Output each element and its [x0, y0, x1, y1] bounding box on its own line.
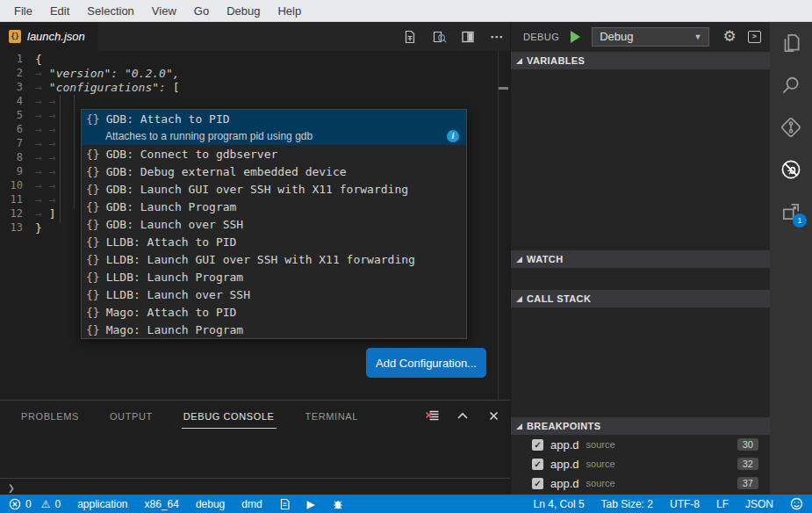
suggest-item[interactable]: {} Mago: Launch Program: [82, 321, 466, 338]
twisty-expanded-icon: [516, 423, 522, 430]
code-line[interactable]: 1{: [0, 53, 510, 67]
source-control-icon[interactable]: [770, 106, 812, 148]
open-preview-icon[interactable]: [431, 29, 447, 45]
arch-status[interactable]: x86_64: [145, 498, 179, 510]
suggest-item-label: GDB: Launch over SSH: [106, 218, 244, 231]
editor-group: {} launch.json: [0, 22, 510, 495]
menu-item[interactable]: File: [5, 4, 41, 18]
menu-item[interactable]: Go: [185, 4, 218, 18]
warning-count: 0: [54, 498, 61, 510]
breakpoint-file: app.d: [550, 458, 579, 471]
snippet-braces-icon: {}: [86, 183, 100, 196]
line-number: 5: [0, 109, 35, 123]
breakpoint-checkbox[interactable]: ✓: [532, 478, 543, 489]
breakpoint-checkbox[interactable]: ✓: [532, 459, 543, 470]
console-prompt[interactable]: ❯: [8, 481, 15, 495]
suggest-item[interactable]: {} LLDB: Launch GUI over SSH with X11 fo…: [82, 250, 466, 268]
suggest-item[interactable]: {} GDB: Debug external embedded device: [82, 163, 466, 180]
debug-console-icon[interactable]: >: [748, 31, 761, 43]
suggest-item[interactable]: {} LLDB: Launch Program: [82, 268, 466, 285]
cursor-position-status[interactable]: Ln 4, Col 5: [534, 498, 585, 510]
document-grid-icon[interactable]: [402, 29, 418, 45]
suggest-item-selected[interactable]: {} GDB: Attach to PID Attaches to a runn…: [82, 110, 466, 145]
error-icon: [9, 498, 21, 510]
build-mode-status[interactable]: debug: [196, 498, 225, 510]
breakpoint-checkbox[interactable]: ✓: [532, 439, 543, 451]
section-call-stack[interactable]: CALL STACK: [511, 290, 770, 307]
add-configuration-button[interactable]: Add Configuration...: [366, 348, 486, 378]
debug-icon[interactable]: [770, 148, 812, 191]
suggest-item-label: GDB: Connect to gdbserver: [106, 148, 278, 161]
compiler-status[interactable]: dmd: [241, 498, 262, 510]
menu-item[interactable]: Debug: [218, 4, 269, 18]
tab-bar: {} launch.json: [0, 22, 510, 51]
language-status[interactable]: JSON: [745, 498, 773, 510]
panel-actions: [424, 408, 501, 423]
menu-item[interactable]: Help: [269, 4, 310, 18]
start-debug-icon[interactable]: [571, 31, 580, 43]
panel-tab[interactable]: PROBLEMS: [19, 403, 81, 429]
code-bracket: [: [173, 81, 180, 95]
panel-tab[interactable]: TERMINAL: [304, 403, 360, 429]
suggest-item[interactable]: {} LLDB: Launch over SSH: [82, 285, 466, 303]
debug-toolbar: DEBUG Debug ▼ ⚙ >: [511, 22, 770, 51]
code-bracket: }: [35, 221, 42, 235]
file-icon[interactable]: [279, 498, 291, 510]
info-icon[interactable]: i: [447, 130, 459, 142]
section-breakpoints[interactable]: BREAKPOINTS: [511, 417, 770, 435]
line-number: 6: [0, 123, 35, 137]
explorer-icon[interactable]: [770, 22, 812, 64]
suggest-item[interactable]: {} GDB: Connect to gdbserver: [82, 145, 466, 163]
split-editor-icon[interactable]: [460, 29, 476, 45]
encoding-status[interactable]: UTF-8: [670, 498, 700, 510]
feedback-smiley-icon[interactable]: [790, 497, 803, 510]
code-line[interactable]: 4→→: [0, 95, 510, 109]
build-type-status[interactable]: application: [77, 498, 127, 510]
menu-item[interactable]: Edit: [41, 4, 78, 18]
panel-tab[interactable]: OUTPUT: [108, 403, 154, 429]
panel-tab[interactable]: DEBUG CONSOLE: [182, 403, 277, 429]
menu-item[interactable]: View: [143, 4, 185, 18]
snippet-braces-icon: {}: [86, 306, 100, 319]
collapse-panel-icon[interactable]: [455, 408, 471, 423]
bug-icon[interactable]: [332, 498, 344, 510]
tab-launch-json[interactable]: {} launch.json: [0, 22, 98, 51]
snippet-braces-icon: {}: [86, 200, 100, 213]
section-label: BREAKPOINTS: [527, 421, 600, 431]
suggest-item[interactable]: {} LLDB: Attach to PID: [82, 233, 466, 250]
section-variables[interactable]: VARIABLES: [511, 52, 770, 69]
warning-icon: ⚠: [41, 498, 51, 510]
menu-item[interactable]: Selection: [78, 4, 142, 18]
breakpoint-row[interactable]: ✓ app.d source 30: [511, 435, 770, 454]
more-actions-icon[interactable]: ⋯: [489, 29, 505, 45]
snippet-braces-icon: {}: [86, 288, 100, 301]
suggest-item[interactable]: {} GDB: Launch GUI over SSH with X11 for…: [82, 180, 466, 198]
tab-size-status[interactable]: Tab Size: 2: [601, 498, 653, 510]
search-icon[interactable]: [770, 64, 812, 106]
gear-icon[interactable]: ⚙: [722, 29, 736, 44]
suggest-item-label: GDB: Launch GUI over SSH with X11 forwar…: [106, 183, 408, 196]
suggest-item[interactable]: {} GDB: Launch over SSH: [82, 215, 466, 233]
debug-configuration-select[interactable]: Debug ▼: [592, 27, 709, 47]
code-line[interactable]: 3→"configurations": [: [0, 81, 510, 95]
line-number: 12: [0, 207, 35, 221]
whitespace-tab-arrows: →→: [35, 179, 63, 193]
breakpoint-row[interactable]: ✓ app.d source 37: [511, 473, 770, 493]
problems-status[interactable]: 0 ⚠ 0: [9, 498, 61, 510]
suggest-item[interactable]: {} Mago: Attach to PID: [82, 303, 466, 321]
clear-console-icon[interactable]: [424, 408, 440, 423]
whitespace-tab-arrows: →→: [35, 95, 63, 109]
code-line[interactable]: 2→"version": "0.2.0",: [0, 67, 510, 81]
code-editor[interactable]: 1{ 2→"version": "0.2.0", 3→"configuratio…: [0, 51, 510, 400]
whitespace-tab-arrows: →→: [35, 137, 63, 151]
eol-status[interactable]: LF: [716, 498, 729, 510]
code-bracket: {: [35, 53, 42, 67]
run-icon[interactable]: ▶: [307, 498, 315, 510]
suggest-item[interactable]: {} GDB: Launch Program: [82, 198, 466, 215]
section-watch[interactable]: WATCH: [511, 250, 770, 268]
debug-configuration-value: Debug: [600, 30, 693, 43]
menu-bar: File Edit Selection View Go Debug Help: [0, 0, 812, 22]
close-panel-icon[interactable]: [485, 408, 501, 423]
extensions-icon[interactable]: 1: [770, 191, 812, 233]
breakpoint-row[interactable]: ✓ app.d source 32: [511, 454, 770, 473]
